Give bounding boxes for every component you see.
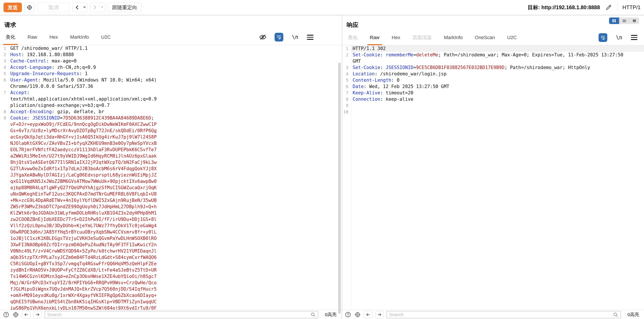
find-previous-button[interactable] xyxy=(364,311,372,318)
request-tab-美化[interactable]: 美化 xyxy=(4,30,16,45)
layout-single-button[interactable] xyxy=(629,18,639,24)
line-number xyxy=(0,197,9,204)
code-line: Gs+6vTz/Uz8z+lyMDsrXrAvyDZOTpBgT72JnE/sk… xyxy=(0,128,342,134)
response-tab-U2C[interactable]: U2C xyxy=(506,30,518,45)
send-button[interactable]: 发送 xyxy=(4,2,22,12)
newline-toggle-icon[interactable]: \n xyxy=(291,33,299,41)
line-content: Gs+6vTz/Uz8z+lyMDsrXrAvyDZOTpBgT72JnE/sk… xyxy=(9,128,342,134)
line-content: iwS86Pp1VhX6enxkLjyDLn107M50nwSZWj684oj9… xyxy=(9,305,342,310)
line-number: 8 xyxy=(342,96,351,102)
response-footer: 0高亮 xyxy=(342,310,644,319)
request-search-input[interactable] xyxy=(47,312,310,317)
request-tab-Raw[interactable]: Raw xyxy=(26,30,38,45)
help-icon[interactable] xyxy=(2,311,10,318)
line-content: GMT xyxy=(351,58,644,64)
code-line: 10 xyxy=(342,109,644,115)
line-content: qxG11VqdKN5JxJWoZ2BM6GVsATMow7WWuUk+9Opj… xyxy=(9,178,342,185)
word-wrap-icon[interactable] xyxy=(598,33,607,42)
code-line: 9Cookie: JSESSIONID=7D5D636388912C439BA4… xyxy=(0,115,342,121)
find-previous-button[interactable] xyxy=(22,311,30,318)
editor-menu-icon[interactable] xyxy=(307,35,314,40)
line-content: C5RiSGUOpI+gBYTx3Sp7/vmgqTq4RGswFfrQQ6Hq… xyxy=(9,261,342,267)
layout-stacked-button[interactable] xyxy=(619,18,629,24)
search-icon[interactable] xyxy=(613,312,618,317)
find-next-button[interactable] xyxy=(375,311,384,318)
line-number: 5 xyxy=(0,70,9,77)
find-next-button[interactable] xyxy=(33,311,42,318)
code-line: 5Upgrade-Insecure-Requests: 1 xyxy=(0,70,342,77)
request-footer: 0高亮 xyxy=(0,310,342,319)
code-line: iwS86Pp1VhX6enxkLjyDLn107M50nwSZWj684oj9… xyxy=(0,305,342,310)
line-content: HTTP/1.1 302 xyxy=(351,46,644,52)
request-tab-MarkInfo[interactable]: MarkInfo xyxy=(69,30,90,45)
line-content: Set-Cookie: rememberMe=deleteMe; Path=/s… xyxy=(351,52,644,58)
search-settings-gear-icon[interactable] xyxy=(354,311,361,318)
toolbar-right: 目标: http://192.168.1.80:8888 HTTP/1 xyxy=(528,3,640,12)
request-panel: 请求 美化RawHexMarkInfoU2C xyxy=(0,15,342,310)
follow-redirect-button[interactable]: 跟随重定向 xyxy=(108,2,141,12)
chevron-right-icon xyxy=(90,3,99,12)
search-settings-gear-icon[interactable] xyxy=(12,311,19,318)
newline-toggle-icon[interactable]: \n xyxy=(615,34,623,42)
code-line: JJYgaXeABwNylD7AGIzj/LaCg06EdxsprsptL68y… xyxy=(0,172,342,178)
line-content: ZWSrP3WMvZ3kbDTC7pndZE99OgUoyh0i7JdHpHmL… xyxy=(9,204,342,210)
line-content: Keep-Alive: timeout=20 xyxy=(351,90,644,96)
line-number xyxy=(0,286,9,292)
code-line: O6wRPOE3d6n/JA85YfHq5rBYcuuOBryXqbSNw4CC… xyxy=(0,229,342,235)
code-line: zydBhIrRHAO5V+J0UOP+FyCfZZ6CdX8/Lt+Fe4aS… xyxy=(0,267,342,273)
response-tab-页面渲染[interactable]: 页面渲染 xyxy=(411,30,433,45)
code-line: 3Cache-Control: max-age=0 xyxy=(0,58,342,64)
line-content: plication/signed-exchange;v=b3;q=0.7 xyxy=(9,102,342,108)
request-tab-Hex[interactable]: Hex xyxy=(48,30,59,45)
line-content xyxy=(351,109,644,115)
search-icon[interactable] xyxy=(310,312,316,317)
line-content: 3XwFI3NAOBp60ZcfDIrrpzmDAQePuZ4udNzTAy9F… xyxy=(9,242,342,248)
edit-target-pencil-icon[interactable] xyxy=(605,4,612,11)
line-content: Connection: keep-alive xyxy=(351,96,644,102)
editor-menu-icon[interactable] xyxy=(631,35,638,40)
line-content: +omX+MQ91eyxdKu8g/1xrWXr4XgayfVKIEFRgQp6… xyxy=(9,292,342,299)
line-content: 8hjQtsV1eASEetQ677IlSRN1aIXJ2jP2qtWXcpTQ… xyxy=(9,159,342,166)
layout-side-by-side-button[interactable] xyxy=(609,18,619,24)
line-content: aZWWiRi5MeInh/U27t9yVWIDJ9WgId6HqyRCM8iJ… xyxy=(9,153,342,159)
cancel-button[interactable]: 取消 xyxy=(37,2,70,12)
request-scrollbar-thumb[interactable] xyxy=(338,62,341,314)
line-number: 5 xyxy=(342,77,351,84)
response-tab-Hex[interactable]: Hex xyxy=(390,30,402,45)
send-settings-button[interactable] xyxy=(24,2,34,12)
line-content: JJYgaXeABwNylD7AGIzj/LaCg06EdxsprsptL68y… xyxy=(9,172,342,178)
help-icon[interactable] xyxy=(344,311,352,318)
line-number xyxy=(0,121,9,128)
back-dropdown-caret-icon[interactable] xyxy=(82,3,88,12)
response-editor[interactable]: 1HTTP/1.1 3022Set-Cookie: rememberMe=del… xyxy=(342,46,644,310)
code-line: aQb3StzpTXrPPLa7syJCZm6m04FTd4RzLdGdt+S8… xyxy=(0,254,342,261)
response-search-input[interactable] xyxy=(389,312,613,317)
code-line: vF+DJr+eypxWoO9j/FCdEG/9nnQcgOgDikDwNeWI… xyxy=(0,121,342,128)
line-number: 1 xyxy=(342,46,351,52)
http-version-selector[interactable]: HTTP/1 xyxy=(622,4,640,10)
response-tab-MarkInfo[interactable]: MarkInfo xyxy=(442,30,464,45)
code-line: 8Connection: keep-alive xyxy=(342,96,644,102)
line-content: vF+DJr+eypxWoO9j/FCdEG/9nnQcgOgDikDwNeWI… xyxy=(9,121,342,128)
line-number: 7 xyxy=(342,90,351,96)
history-forward-button[interactable] xyxy=(90,2,105,12)
line-number xyxy=(0,254,9,261)
code-line: ajbp88M0R4LqflgWFyQ27fQeUPdYhAjgzSfMsCIS… xyxy=(0,185,342,191)
line-number xyxy=(0,140,9,146)
hide-invisible-chars-eye-off-icon[interactable] xyxy=(259,33,267,41)
request-editor[interactable]: 1GET /shirodemo_war/ HTTP/1.12Host: 192.… xyxy=(0,45,342,310)
code-line: aZWWiRi5MeInh/U27t9yVWIDJ9WgId6HqyRCM8iJ… xyxy=(0,153,342,159)
history-back-button[interactable] xyxy=(72,2,88,12)
line-content: Date: Wed, 12 Feb 2025 13:27:50 GMT xyxy=(351,84,644,90)
line-number xyxy=(342,58,351,64)
line-content: text/html,application/xhtml+xml,applicat… xyxy=(9,96,342,102)
response-tab-美化[interactable]: 美化 xyxy=(347,30,359,45)
line-number: 3 xyxy=(342,64,351,71)
request-tab-U2C[interactable]: U2C xyxy=(100,30,112,45)
line-content: zw2COOBZBnEjIdbXEEDc7TrS+D2IhPw9I/fF/irU… xyxy=(9,216,342,223)
line-content: Cache-Control: max-age=0 xyxy=(9,58,342,64)
response-tab-OneScan[interactable]: OneScan xyxy=(474,30,496,45)
response-tab-Raw[interactable]: Raw xyxy=(368,30,381,45)
response-tabs: 美化RawHex页面渲染MarkInfoOneScanU2C xyxy=(347,30,518,45)
word-wrap-icon[interactable] xyxy=(274,33,283,42)
